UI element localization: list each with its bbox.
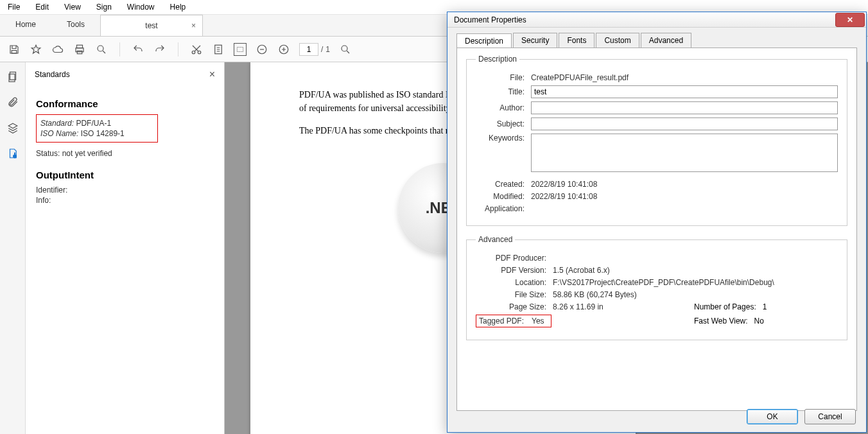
fastweb-value: No — [754, 317, 764, 326]
dialog-title: Document Properties — [454, 15, 526, 24]
svg-rect-3 — [77, 51, 82, 54]
modified-label: Modified: — [476, 192, 531, 201]
cancel-button[interactable]: Cancel — [804, 409, 856, 424]
subject-input[interactable] — [531, 117, 838, 130]
undo-icon[interactable] — [132, 43, 144, 56]
ok-button[interactable]: OK — [747, 409, 798, 424]
title-input[interactable] — [531, 85, 838, 98]
dialog-tab-description[interactable]: Description — [456, 33, 512, 48]
pages-panel-icon[interactable] — [6, 70, 19, 83]
dialog-titlebar[interactable]: Document Properties ✕ — [447, 12, 866, 28]
producer-label: PDF Producer: — [476, 254, 553, 263]
left-rail: i — [0, 62, 26, 434]
tagged-value: Yes — [528, 317, 548, 326]
page-sep: / — [321, 45, 323, 54]
filesize-value: 58.86 KB (60,274 Bytes) — [553, 290, 637, 299]
close-tab-icon[interactable]: × — [191, 21, 196, 30]
attachments-panel-icon[interactable] — [6, 96, 19, 108]
tagged-label: Tagged PDF: — [479, 317, 528, 326]
redo-icon[interactable] — [153, 43, 166, 56]
svg-point-4 — [98, 46, 103, 51]
tab-document-label: test — [145, 21, 157, 30]
standards-panel: Standards × Conformance Standard: PDF/UA… — [26, 62, 225, 434]
tagged-pdf-highlight: Tagged PDF: Yes — [476, 315, 551, 327]
isoname-label: ISO Name: — [40, 129, 78, 138]
standards-panel-icon[interactable]: i — [6, 147, 19, 160]
zoom-out-icon[interactable] — [256, 43, 268, 56]
isoname-value: ISO 14289-1 — [81, 129, 125, 138]
tab-tools[interactable]: Tools — [51, 15, 100, 36]
page-current-input[interactable] — [299, 43, 318, 56]
dialog-tab-fonts[interactable]: Fonts — [559, 33, 595, 48]
dialog-tab-advanced[interactable]: Advanced — [641, 33, 691, 48]
version-value: 1.5 (Acrobat 6.x) — [553, 266, 610, 275]
layers-panel-icon[interactable] — [6, 121, 19, 134]
dialog-tab-security[interactable]: Security — [513, 33, 557, 48]
dialog-tabs: Description Security Fonts Custom Advanc… — [447, 28, 866, 48]
advanced-legend: Advanced — [476, 235, 515, 244]
menu-view[interactable]: View — [62, 1, 83, 13]
filesize-label: File Size: — [476, 290, 553, 299]
keywords-input[interactable] — [531, 134, 838, 172]
modified-value: 2022/8/19 10:41:08 — [531, 192, 597, 201]
numpages-label: Number of Pages: — [694, 302, 756, 311]
close-panel-icon[interactable]: × — [209, 69, 215, 80]
numpages-value: 1 — [763, 302, 767, 311]
zoom-icon[interactable] — [95, 43, 108, 56]
document-properties-dialog: Document Properties ✕ Description Securi… — [447, 12, 867, 433]
selection-icon[interactable] — [234, 43, 247, 56]
author-input[interactable] — [531, 101, 838, 114]
tab-home[interactable]: Home — [0, 15, 51, 36]
outputintent-heading: OutputIntent — [36, 169, 214, 180]
conformance-highlight: Standard: PDF/UA-1 ISO Name: ISO 14289-1 — [36, 114, 158, 143]
page-total: 1 — [326, 45, 330, 54]
separator — [178, 42, 178, 56]
created-value: 2022/8/19 10:41:08 — [531, 180, 597, 189]
description-fieldset: Description File:CreatePDFUAFile_result.… — [466, 55, 847, 226]
standard-value: PDF/UA-1 — [76, 119, 111, 128]
conformance-heading: Conformance — [36, 98, 214, 109]
cloud-icon[interactable] — [51, 43, 64, 56]
info-label: Info: — [36, 196, 214, 205]
pagesize-value: 8.26 x 11.69 in — [553, 302, 603, 311]
dialog-tabpage: Description File:CreatePDFUAFile_result.… — [456, 48, 857, 411]
cut-icon[interactable] — [190, 43, 203, 56]
location-label: Location: — [476, 278, 553, 287]
created-label: Created: — [476, 180, 531, 189]
keywords-label: Keywords: — [476, 134, 531, 143]
dialog-buttons: OK Cancel — [747, 409, 856, 424]
application-label: Application: — [476, 204, 531, 213]
svg-rect-8 — [237, 47, 243, 51]
file-label: File: — [476, 73, 531, 82]
status-text: Status: not yet verified — [36, 149, 214, 158]
subject-label: Subject: — [476, 119, 531, 128]
menu-edit[interactable]: Edit — [33, 1, 51, 13]
star-icon[interactable] — [30, 43, 42, 56]
separator — [119, 42, 120, 56]
menu-sign[interactable]: Sign — [94, 1, 114, 13]
description-legend: Description — [476, 55, 519, 64]
print-icon[interactable] — [73, 43, 86, 56]
identifier-label: Identifier: — [36, 186, 214, 195]
page-display-icon[interactable] — [212, 43, 225, 56]
file-value: CreatePDFUAFile_result.pdf — [531, 73, 629, 82]
dialog-tab-custom[interactable]: Custom — [596, 33, 639, 48]
menu-window[interactable]: Window — [125, 1, 157, 13]
tab-document[interactable]: test × — [100, 15, 203, 36]
advanced-fieldset: Advanced PDF Producer: PDF Version:1.5 (… — [466, 235, 847, 340]
title-label: Title: — [476, 87, 531, 96]
svg-point-11 — [342, 46, 347, 51]
svg-rect-1 — [77, 45, 83, 48]
version-label: PDF Version: — [476, 266, 553, 275]
author-label: Author: — [476, 103, 531, 112]
zoom-in-icon[interactable] — [277, 43, 290, 56]
save-icon[interactable] — [8, 43, 21, 56]
fastweb-label: Fast Web View: — [694, 317, 748, 326]
pagesize-label: Page Size: — [476, 302, 553, 311]
standards-panel-title: Standards — [35, 70, 70, 79]
menu-file[interactable]: File — [5, 1, 22, 13]
svg-text:i: i — [14, 152, 15, 159]
find-icon[interactable] — [339, 43, 352, 56]
menu-help[interactable]: Help — [168, 1, 189, 13]
dialog-close-button[interactable]: ✕ — [835, 13, 865, 27]
